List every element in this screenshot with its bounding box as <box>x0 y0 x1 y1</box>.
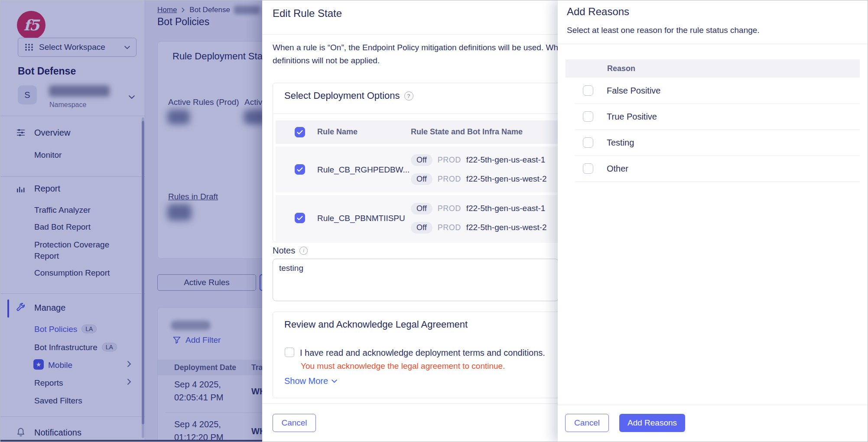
environment-label: PROD <box>438 175 461 184</box>
rule-name: Rule_CB_PBNMTIISPU <box>317 214 405 223</box>
reason-label: Other <box>607 164 628 174</box>
rule-state-badge: Off <box>411 154 432 166</box>
rule-state-badge: Off <box>411 203 432 214</box>
reason-checkbox-other[interactable] <box>583 163 593 174</box>
cancel-button[interactable]: Cancel <box>273 414 316 432</box>
bot-infra-name: f22-5th-gen-us-west-2 <box>466 223 547 232</box>
add-reasons-submit-button[interactable]: Add Reasons <box>619 414 685 432</box>
legal-checkbox-label: I have read and acknowledge deployment t… <box>300 348 545 358</box>
rule-state-badge: Off <box>411 173 432 185</box>
description-line-2: definitions will not be applied. <box>273 54 563 67</box>
bot-infra-name: f22-5th-gen-us-west-2 <box>466 174 547 184</box>
environment-label: PROD <box>438 223 461 232</box>
description-line-1: When a rule is “On”, the Endpoint Policy… <box>273 41 563 54</box>
rule-name: Rule_CB_RGHPEDBW... <box>317 165 410 175</box>
legal-section-title: Review and Acknowledge Legal Agreement <box>284 319 468 330</box>
reason-row: Other <box>566 156 860 182</box>
drawer-cancel-button[interactable]: Cancel <box>565 414 609 432</box>
question-circle-icon[interactable]: ? <box>404 91 413 101</box>
rule-checkbox[interactable] <box>295 213 305 223</box>
reason-row: True Positive <box>566 104 860 130</box>
divider <box>558 405 868 405</box>
environment-label: PROD <box>438 156 461 165</box>
bot-infra-name: f22-5th-gen-us-east-1 <box>466 155 546 165</box>
modal-description: When a rule is “On”, the Endpoint Policy… <box>273 41 563 67</box>
divider <box>575 182 860 182</box>
show-more-label: Show More <box>284 376 328 386</box>
reason-checkbox-false-positive[interactable] <box>583 85 593 96</box>
rule-row: Rule_CB_PBNMTIISPU Off PROD f22-5th-gen-… <box>276 195 574 241</box>
reason-label: False Positive <box>607 86 661 96</box>
reason-label: True Positive <box>607 112 657 122</box>
notes-label: Notes <box>273 246 295 256</box>
legal-agreement-card: Review and Acknowledge Legal Agreement I… <box>273 312 576 398</box>
drawer-title: Add Reasons <box>567 6 629 18</box>
options-table-header: Rule Name Rule State and Bot Infra Name <box>276 120 574 144</box>
legal-error-message: You must acknowledge the legal agreement… <box>301 361 505 371</box>
drawer-subtitle: Select at least one reason for the rule … <box>567 26 760 35</box>
column-rule-name: Rule Name <box>317 127 358 136</box>
reason-row: False Positive <box>566 78 860 104</box>
reason-row: Testing <box>566 130 860 156</box>
select-all-checkbox[interactable] <box>295 127 305 137</box>
options-title-label: Select Deployment Options <box>284 90 400 101</box>
add-reasons-drawer: Add Reasons Select at least one reason f… <box>558 0 868 442</box>
edit-rule-state-modal: Edit Rule State When a rule is “On”, the… <box>262 0 558 442</box>
info-circle-icon[interactable]: i <box>299 247 308 255</box>
column-reason: Reason <box>607 64 635 73</box>
reason-label: Testing <box>607 138 634 148</box>
select-deployment-options-card: Select Deployment Options ? Rule Name Ru… <box>273 83 576 242</box>
divider <box>558 44 868 44</box>
app-window: f5 Select Workspace Bot Defense S Namesp… <box>0 0 868 442</box>
divider <box>273 114 576 114</box>
rule-checkbox[interactable] <box>295 164 305 175</box>
notes-textarea[interactable]: testing <box>273 259 559 301</box>
show-more-link[interactable]: Show More <box>284 376 337 386</box>
reason-checkbox-true-positive[interactable] <box>583 111 593 122</box>
notes-label-row: Notes i <box>273 246 308 256</box>
bot-infra-name: f22-5th-gen-us-east-1 <box>466 204 546 213</box>
options-section-title: Select Deployment Options ? <box>284 90 413 101</box>
column-rule-state: Rule State and Bot Infra Name <box>411 127 523 136</box>
chevron-down-icon <box>332 379 337 383</box>
rule-state-badge: Off <box>411 222 432 234</box>
reasons-table-header: Reason <box>566 59 860 78</box>
legal-agreement-checkbox[interactable] <box>285 348 294 357</box>
environment-label: PROD <box>438 204 461 213</box>
rule-row: Rule_CB_RGHPEDBW... Off PROD f22-5th-gen… <box>276 146 574 192</box>
dim-overlay[interactable] <box>0 0 262 442</box>
modal-title: Edit Rule State <box>273 7 342 20</box>
reason-checkbox-testing[interactable] <box>583 137 593 148</box>
